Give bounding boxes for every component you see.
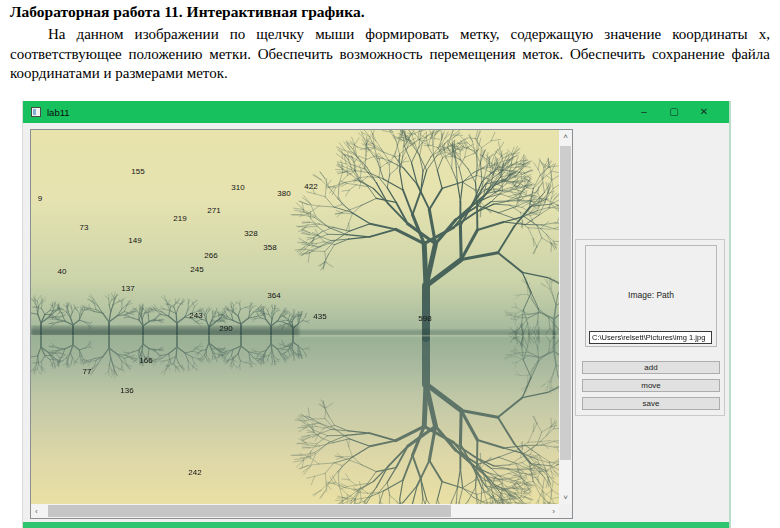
horizontal-scrollbar[interactable]: ‹ › [31, 504, 559, 518]
picture-canvas: 9155310422380271219733281493582662454013… [30, 129, 573, 519]
image-path-input[interactable] [589, 331, 712, 344]
close-button[interactable]: ✕ [689, 101, 719, 123]
coordinate-label[interactable]: 364 [267, 291, 280, 300]
coordinate-label[interactable]: 166 [139, 356, 152, 365]
coordinate-label[interactable]: 598 [418, 314, 431, 323]
coordinate-label[interactable]: 271 [207, 206, 220, 215]
app-window: lab11 – ▢ ✕ [22, 101, 731, 528]
coordinate-label[interactable]: 9 [38, 194, 42, 203]
coordinate-label[interactable]: 149 [128, 236, 141, 245]
coordinate-label[interactable]: 73 [80, 223, 89, 232]
coordinate-label[interactable]: 245 [190, 265, 203, 274]
assignment-text: На данном изображении по щелчку мыши фор… [10, 25, 770, 84]
coordinate-label[interactable]: 137 [121, 284, 134, 293]
add-button[interactable]: add [582, 361, 720, 374]
scroll-down-icon[interactable]: ˅ [559, 493, 572, 502]
coordinate-label[interactable]: 328 [244, 229, 257, 238]
coordinate-label[interactable]: 290 [219, 324, 232, 333]
coordinate-label[interactable]: 422 [304, 182, 317, 191]
coordinate-label[interactable]: 242 [188, 468, 201, 477]
tree-photo [31, 130, 559, 504]
minimize-button[interactable]: – [629, 101, 659, 123]
vertical-scrollbar[interactable]: ˄ ˅ [559, 130, 572, 504]
horizontal-scroll-thumb[interactable] [48, 505, 451, 517]
window-title: lab11 [47, 107, 70, 118]
scrollbar-corner [559, 504, 572, 518]
scroll-up-icon[interactable]: ˄ [559, 132, 572, 141]
coordinate-label[interactable]: 266 [204, 251, 217, 260]
coordinate-label[interactable]: 136 [120, 386, 133, 395]
coordinate-label[interactable]: 219 [173, 214, 186, 223]
coordinate-label[interactable]: 380 [277, 189, 290, 198]
image-path-groupbox: Image: Path [585, 245, 717, 347]
image-viewport[interactable]: 9155310422380271219733281493582662454013… [31, 130, 559, 504]
coordinate-label[interactable]: 40 [58, 267, 67, 276]
control-panel: Image: Path add move save [575, 239, 725, 416]
image-path-label: Image: Path [586, 290, 716, 300]
maximize-button[interactable]: ▢ [659, 101, 689, 123]
scroll-left-icon[interactable]: ‹ [35, 507, 38, 516]
titlebar: lab11 – ▢ ✕ [23, 101, 729, 123]
save-button[interactable]: save [582, 397, 720, 410]
coordinate-label[interactable]: 358 [263, 243, 276, 252]
scroll-right-icon[interactable]: › [552, 507, 555, 516]
coordinate-label[interactable]: 310 [231, 183, 244, 192]
coordinate-label[interactable]: 243 [189, 311, 202, 320]
window-controls: – ▢ ✕ [629, 101, 719, 123]
coordinate-label[interactable]: 155 [131, 167, 144, 176]
vertical-scroll-thumb[interactable] [560, 146, 571, 460]
assignment-title: Лабораторная работа 11. Интерактивная гр… [10, 3, 365, 21]
coordinate-label[interactable]: 435 [313, 312, 326, 321]
window-bottom-border [23, 522, 729, 528]
move-button[interactable]: move [582, 379, 720, 392]
app-icon [31, 107, 41, 117]
coordinate-label[interactable]: 77 [83, 367, 92, 376]
